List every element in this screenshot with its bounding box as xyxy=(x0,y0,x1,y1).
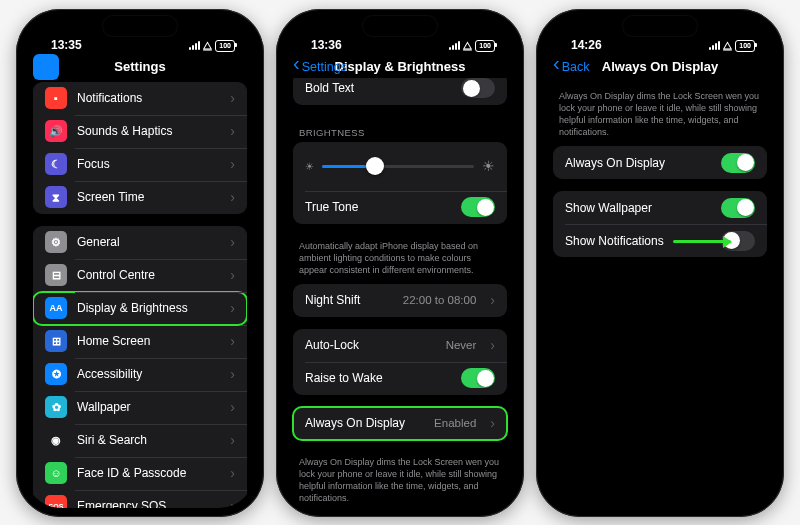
row-wallpaper[interactable]: ✿ Wallpaper › xyxy=(33,391,247,424)
chevron-right-icon: › xyxy=(230,498,235,508)
row-label: Always On Display xyxy=(305,416,424,430)
row-always-on-display[interactable]: Always On Display Enabled › xyxy=(293,407,507,440)
row-label: Show Wallpaper xyxy=(565,201,711,215)
gear-icon: ⚙ xyxy=(45,231,67,253)
bold-text-toggle[interactable] xyxy=(461,78,495,98)
chevron-left-icon xyxy=(293,60,300,74)
row-notifications[interactable]: ▪ Notifications › xyxy=(33,82,247,115)
chevron-right-icon: › xyxy=(230,465,235,481)
true-tone-desc: Automatically adapt iPhone display based… xyxy=(285,236,515,284)
battery-icon: 100 xyxy=(475,40,495,52)
grid-icon: ⊞ xyxy=(45,330,67,352)
phone-left: 13:35 ⧋ 100 Settings ▪ Notifications › 🔊… xyxy=(16,9,264,517)
settings-group-general: ⚙ General › ⊟ Control Centre › AA Displa… xyxy=(33,226,247,508)
row-label: Emergency SOS xyxy=(77,499,216,508)
chevron-right-icon: › xyxy=(230,432,235,448)
chevron-right-icon: › xyxy=(490,292,495,308)
speaker-icon: 🔊 xyxy=(45,120,67,142)
row-label: Focus xyxy=(77,157,216,171)
phone-right: 14:26 ⧋ 100 Back Always On Display Alway… xyxy=(536,9,784,517)
brightness-header: BRIGHTNESS xyxy=(285,117,515,142)
chevron-right-icon: › xyxy=(230,300,235,316)
back-button[interactable]: Back xyxy=(553,52,589,82)
bell-icon: ▪ xyxy=(45,87,67,109)
dynamic-island xyxy=(103,16,177,36)
row-aod-master[interactable]: Always On Display xyxy=(553,146,767,179)
cellular-icon xyxy=(709,41,720,50)
phone-middle: 13:36 ⧋ 100 Settings Display & Brightnes… xyxy=(276,9,524,517)
chevron-right-icon: › xyxy=(490,337,495,353)
cellular-icon xyxy=(449,41,460,50)
true-tone-toggle[interactable] xyxy=(461,197,495,217)
row-value: Enabled xyxy=(434,417,476,429)
row-label: True Tone xyxy=(305,200,451,214)
row-auto-lock[interactable]: Auto-Lock Never › xyxy=(293,329,507,362)
row-bold-text[interactable]: Bold Text xyxy=(293,78,507,105)
row-true-tone[interactable]: True Tone xyxy=(293,191,507,224)
chevron-right-icon: › xyxy=(230,189,235,205)
page-title: Settings xyxy=(114,59,165,74)
chevron-right-icon: › xyxy=(230,234,235,250)
row-label: Home Screen xyxy=(77,334,216,348)
row-label: Accessibility xyxy=(77,367,216,381)
sun-small-icon: ☀︎ xyxy=(305,161,314,172)
dynamic-island xyxy=(623,16,697,36)
row-label: Face ID & Passcode xyxy=(77,466,216,480)
row-focus[interactable]: ☾ Focus › xyxy=(33,148,247,181)
row-control-centre[interactable]: ⊟ Control Centre › xyxy=(33,259,247,292)
brightness-slider[interactable] xyxy=(322,165,474,168)
row-show-wallpaper[interactable]: Show Wallpaper xyxy=(553,191,767,224)
text-size-icon: AA xyxy=(45,297,67,319)
back-app-icon[interactable] xyxy=(33,54,59,80)
chevron-right-icon: › xyxy=(230,366,235,382)
status-time: 13:35 xyxy=(51,38,82,52)
row-label: Bold Text xyxy=(305,81,451,95)
aod-desc: Always On Display dims the Lock Screen w… xyxy=(285,452,515,508)
row-label: Siri & Search xyxy=(77,433,216,447)
aod-toggle[interactable] xyxy=(721,153,755,173)
bold-text-group: Bold Text xyxy=(293,78,507,105)
chevron-right-icon: › xyxy=(230,123,235,139)
annotation-arrow xyxy=(673,240,731,243)
row-label: Sounds & Haptics xyxy=(77,124,216,138)
row-night-shift[interactable]: Night Shift 22:00 to 08:00 › xyxy=(293,284,507,317)
row-home-screen[interactable]: ⊞ Home Screen › xyxy=(33,325,247,358)
chevron-left-icon xyxy=(553,60,560,74)
row-label: Night Shift xyxy=(305,293,393,307)
show-wallpaper-toggle[interactable] xyxy=(721,198,755,218)
row-value: Never xyxy=(446,339,477,351)
switches-icon: ⊟ xyxy=(45,264,67,286)
battery-icon: 100 xyxy=(735,40,755,52)
row-screen-time[interactable]: ⧗ Screen Time › xyxy=(33,181,247,214)
row-sounds[interactable]: 🔊 Sounds & Haptics › xyxy=(33,115,247,148)
row-display-brightness[interactable]: AA Display & Brightness › xyxy=(33,292,247,325)
status-time: 14:26 xyxy=(571,38,602,52)
sun-large-icon: ☀︎ xyxy=(482,158,495,174)
aod-intro: Always On Display dims the Lock Screen w… xyxy=(545,82,775,147)
wifi-icon: ⧋ xyxy=(463,41,472,51)
row-siri[interactable]: ◉ Siri & Search › xyxy=(33,424,247,457)
status-time: 13:36 xyxy=(311,38,342,52)
row-accessibility[interactable]: ✪ Accessibility › xyxy=(33,358,247,391)
row-sos[interactable]: SOS Emergency SOS › xyxy=(33,490,247,508)
night-shift-group: Night Shift 22:00 to 08:00 › xyxy=(293,284,507,317)
row-label: Control Centre xyxy=(77,268,216,282)
row-raise-to-wake[interactable]: Raise to Wake xyxy=(293,362,507,395)
row-show-notifications[interactable]: Show Notifications xyxy=(553,224,767,257)
cellular-icon xyxy=(189,41,200,50)
flower-icon: ✿ xyxy=(45,396,67,418)
aod-options-group: Show Wallpaper Show Notifications xyxy=(553,191,767,257)
raise-to-wake-toggle[interactable] xyxy=(461,368,495,388)
row-label: Display & Brightness xyxy=(77,301,216,315)
row-general[interactable]: ⚙ General › xyxy=(33,226,247,259)
brightness-group: ☀︎ ☀︎ True Tone xyxy=(293,142,507,224)
aod-group: Always On Display Enabled › xyxy=(293,407,507,440)
hourglass-icon: ⧗ xyxy=(45,186,67,208)
row-faceid[interactable]: ☺ Face ID & Passcode › xyxy=(33,457,247,490)
row-label: Wallpaper xyxy=(77,400,216,414)
dynamic-island xyxy=(363,16,437,36)
row-label: Auto-Lock xyxy=(305,338,436,352)
row-brightness-slider[interactable]: ☀︎ ☀︎ xyxy=(293,142,507,191)
chevron-right-icon: › xyxy=(490,415,495,431)
row-label: Always On Display xyxy=(565,156,711,170)
